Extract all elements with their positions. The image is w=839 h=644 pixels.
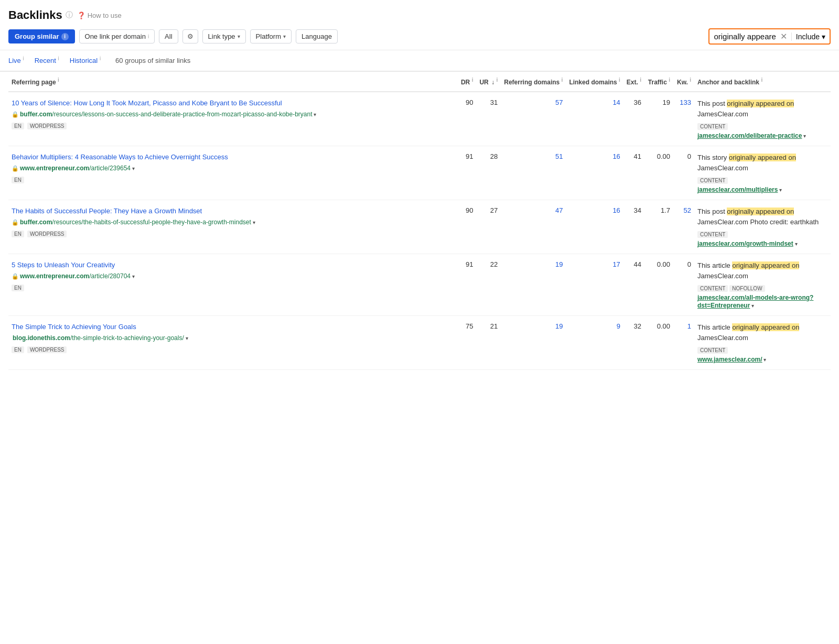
search-clear-icon[interactable]: ✕ <box>780 31 787 41</box>
one-link-info-icon: i <box>148 34 149 39</box>
recent-info-icon: i <box>58 56 59 61</box>
backlink-caret-icon: ▾ <box>762 357 767 363</box>
backlink-url-link[interactable]: jamesclear.com/all-models-are-wrong?dst=… <box>697 294 813 309</box>
ref-page-url: 🔒www.entrepreneur.com/article/280704 ▾ <box>12 272 452 281</box>
col-header-anchor: Anchor and backlink i <box>694 72 831 92</box>
backlink-url-link[interactable]: jamesclear.com/deliberate-practice <box>697 132 802 139</box>
col-header-ur[interactable]: UR ↓ i <box>476 72 501 92</box>
groups-info: 60 groups of similar links <box>115 57 190 64</box>
gear-icon: ⚙ <box>187 32 193 40</box>
cell-kw: 0 <box>673 254 694 316</box>
tag-en: EN <box>12 231 24 237</box>
link-type-dropdown[interactable]: Link type ▾ <box>202 29 246 43</box>
ref-page-url: 🔒buffer.com/resources/lessons-on-success… <box>12 110 452 119</box>
tab-recent[interactable]: Recent i <box>35 56 59 66</box>
table-row: The Habits of Successful People: They Ha… <box>8 200 831 254</box>
link-type-caret-icon: ▾ <box>238 34 240 39</box>
ref-page-title-link[interactable]: Behavior Multipliers: 4 Reasonable Ways … <box>12 152 452 162</box>
anchor-tag-content: CONTENT <box>697 177 728 184</box>
cell-linked-domains[interactable]: 16 <box>566 146 623 200</box>
lock-icon: 🔒 <box>12 273 19 279</box>
cell-ur: 28 <box>476 146 501 200</box>
tab-live[interactable]: Live i <box>8 56 24 66</box>
cell-ext: 34 <box>623 200 644 254</box>
anchor-highlight: originally appeared on <box>727 208 794 215</box>
cell-ref-page: Behavior Multipliers: 4 Reasonable Ways … <box>8 146 455 200</box>
language-dropdown[interactable]: Language <box>296 29 338 43</box>
anchor-tags-row: CONTENT <box>697 121 827 130</box>
tab-historical[interactable]: Historical i <box>70 56 101 66</box>
ref-page-title-link[interactable]: The Simple Trick to Achieving Your Goals <box>12 322 452 332</box>
cell-ref-page: 5 Steps to Unleash Your Creativity🔒www.e… <box>8 254 455 316</box>
search-input-value[interactable]: originally appeare <box>714 32 776 41</box>
anchor-text: This post originally appeared on JamesCl… <box>697 206 827 227</box>
col-header-dr[interactable]: DR i <box>455 72 476 92</box>
table-header-row: Referring page i DR i UR ↓ i Referring d… <box>8 72 831 92</box>
all-dropdown[interactable]: All <box>159 29 178 43</box>
include-dropdown[interactable]: Include ▾ <box>791 32 825 41</box>
cell-anchor: This article originally appeared on Jame… <box>694 254 831 316</box>
cell-linked-domains[interactable]: 16 <box>566 200 623 254</box>
cell-kw[interactable]: 52 <box>673 200 694 254</box>
ref-page-path: /article/280704 <box>89 272 131 280</box>
cell-ref-page: 10 Years of Silence: How Long It Took Mo… <box>8 92 455 146</box>
backlink-url-link[interactable]: jamesclear.com/multipliers <box>697 186 778 193</box>
backlink-url-link[interactable]: jamesclear.com/growth-mindset <box>697 240 793 247</box>
table-row: Behavior Multipliers: 4 Reasonable Ways … <box>8 146 831 200</box>
tags-row: EN <box>12 282 452 291</box>
backlink-caret-icon: ▾ <box>750 303 754 309</box>
ref-page-domain: blog.idonethis.com <box>13 334 70 342</box>
tag-wordpress: WORDPRESS <box>27 231 67 237</box>
ref-page-url: 🔒buffer.com/resources/the-habits-of-succ… <box>12 218 452 227</box>
cell-kw[interactable]: 133 <box>673 92 694 146</box>
cell-linked-domains[interactable]: 9 <box>566 316 623 370</box>
cell-dr: 90 <box>455 200 476 254</box>
search-box: originally appeare ✕ Include ▾ <box>708 28 831 45</box>
tags-row: ENWORDPRESS <box>12 344 452 353</box>
ext-info-icon: i <box>640 77 641 83</box>
cell-referring-domains[interactable]: 47 <box>501 200 566 254</box>
anchor-text: This post originally appeared on JamesCl… <box>697 99 827 119</box>
cell-referring-domains[interactable]: 19 <box>501 316 566 370</box>
cell-kw: 0 <box>673 146 694 200</box>
cell-traffic: 19 <box>644 92 673 146</box>
cell-linked-domains[interactable]: 17 <box>566 254 623 316</box>
cell-linked-domains[interactable]: 14 <box>566 92 623 146</box>
anchor-highlight: originally appeared on <box>727 100 794 107</box>
anchor-tags-row: CONTENTNOFOLLOW <box>697 283 827 292</box>
cell-referring-domains[interactable]: 51 <box>501 146 566 200</box>
how-to-use-link[interactable]: ❓ How to use <box>77 12 122 19</box>
ref-page-domain: www.entrepreneur.com <box>20 272 89 280</box>
ref-page-title-link[interactable]: 10 Years of Silence: How Long It Took Mo… <box>12 99 452 108</box>
backlink-caret-icon: ▾ <box>793 241 798 247</box>
backlink-url-link[interactable]: www.jamesclear.com/ <box>697 356 762 363</box>
group-similar-button[interactable]: Group similar i <box>8 29 75 43</box>
ref-page-url: 🔒www.entrepreneur.com/article/239654 ▾ <box>12 164 452 173</box>
tag-en: EN <box>12 346 24 353</box>
ref-page-title-link[interactable]: The Habits of Successful People: They Ha… <box>12 206 452 216</box>
group-similar-info-icon: i <box>61 33 69 40</box>
cell-dr: 75 <box>455 316 476 370</box>
cell-ext: 32 <box>623 316 644 370</box>
platform-dropdown[interactable]: Platform ▾ <box>250 29 292 43</box>
cell-ref-page: The Simple Trick to Achieving Your Goals… <box>8 316 455 370</box>
cell-referring-domains[interactable]: 19 <box>501 254 566 316</box>
ref-page-title-link[interactable]: 5 Steps to Unleash Your Creativity <box>12 260 452 270</box>
ref-page-domain: www.entrepreneur.com <box>20 165 89 172</box>
ref-page-path: /resources/lessons-on-success-and-delibe… <box>52 111 312 118</box>
title-info-icon[interactable]: ⓘ <box>66 10 73 20</box>
cell-anchor: This post originally appeared on JamesCl… <box>694 92 831 146</box>
backlink-url-wrap: jamesclear.com/deliberate-practice ▾ <box>697 132 827 139</box>
settings-button[interactable]: ⚙ <box>182 29 198 43</box>
cell-ext: 41 <box>623 146 644 200</box>
cell-referring-domains[interactable]: 57 <box>501 92 566 146</box>
toolbar: Group similar i One link per domain i Al… <box>8 28 831 45</box>
url-caret-icon: ▾ <box>251 220 255 225</box>
lock-icon: 🔒 <box>12 219 19 225</box>
lock-icon: 🔒 <box>12 165 19 171</box>
one-link-per-domain-dropdown[interactable]: One link per domain i <box>79 29 155 43</box>
cell-kw[interactable]: 1 <box>673 316 694 370</box>
ld-info-icon: i <box>619 77 620 83</box>
cell-dr: 90 <box>455 92 476 146</box>
col-header-ext: Ext. i <box>623 72 644 92</box>
